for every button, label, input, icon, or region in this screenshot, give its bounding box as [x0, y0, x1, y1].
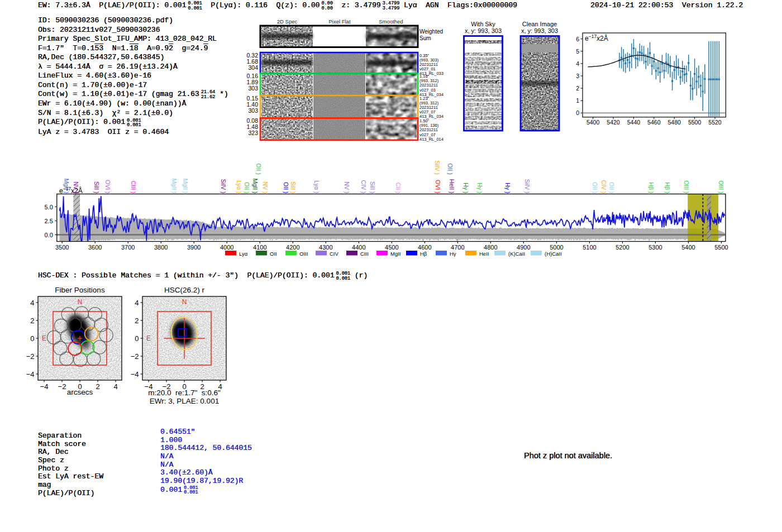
svg-text:4: 4	[576, 60, 579, 67]
svg-text:−4: −4	[26, 370, 35, 378]
svg-text:303: 303	[248, 85, 258, 92]
svg-text:SiIV }: SiIV }	[434, 160, 441, 175]
svg-text:4800: 4800	[484, 244, 497, 251]
svg-text:5400: 5400	[681, 244, 695, 251]
svg-text:E: E	[146, 334, 151, 342]
svg-text:0: 0	[30, 334, 34, 343]
svg-text:OII }: OII }	[283, 182, 289, 194]
svg-text:1: 1	[576, 97, 579, 104]
svg-text:−2: −2	[131, 352, 139, 361]
svg-text:4300: 4300	[319, 244, 332, 251]
svg-text:HeII }: HeII }	[449, 179, 455, 194]
svg-text:Lyα }: Lyα }	[313, 180, 320, 194]
svg-text:N: N	[182, 298, 187, 306]
svg-text:SiII }: SiII }	[369, 181, 376, 194]
svg-text:2D Spec: 2D Spec	[277, 18, 298, 25]
svg-text:SiIV }: SiIV }	[220, 179, 227, 194]
svg-text:OII }: OII }	[244, 182, 250, 194]
svg-text:5: 5	[576, 48, 579, 55]
svg-text:Lyα }: Lyα }	[236, 180, 242, 194]
svg-text:4200: 4200	[286, 244, 299, 251]
svg-text:4700: 4700	[451, 244, 464, 251]
svg-text:HeII: HeII	[479, 251, 489, 257]
svg-text:Lyα: Lyα	[239, 251, 248, 257]
svg-text:OIII }: OIII }	[683, 180, 690, 194]
svg-text:5420: 5420	[607, 119, 620, 126]
svg-text:3500: 3500	[55, 244, 69, 251]
svg-text:4600: 4600	[418, 244, 431, 251]
svg-text:e−17x2Å: e−17x2Å	[59, 186, 83, 195]
svg-text:SiII }: SiII }	[290, 181, 297, 194]
svg-text:5400: 5400	[586, 119, 600, 126]
svg-text:Hβ }: Hβ }	[664, 182, 671, 194]
svg-text:Hγ }: Hγ }	[476, 183, 483, 194]
svg-text:OII }: OII }	[447, 164, 454, 175]
svg-text:5440: 5440	[627, 119, 641, 126]
svg-text:4000: 4000	[220, 244, 233, 251]
svg-text:5000: 5000	[550, 244, 563, 251]
svg-text:Hβ: Hβ	[420, 251, 427, 257]
svg-text:3600: 3600	[88, 244, 102, 251]
svg-text:4: 4	[113, 382, 117, 391]
svg-text:MgII: MgII	[390, 251, 400, 257]
svg-text:5460: 5460	[647, 119, 661, 126]
svg-text:MgII }: MgII }	[252, 179, 259, 194]
svg-text:303: 303	[248, 107, 258, 114]
svg-text:SiIV }: SiIV }	[524, 179, 531, 194]
svg-text:x, y: 993, 303: x, y: 993, 303	[465, 27, 502, 34]
svg-text:5300: 5300	[649, 244, 662, 251]
svg-text:CIV }: CIV }	[600, 180, 607, 194]
svg-text:NV }: NV }	[262, 181, 269, 194]
svg-text:(K)CaII: (K)CaII	[508, 251, 525, 257]
svg-text:2: 2	[96, 382, 99, 391]
svg-text:4: 4	[135, 299, 139, 307]
svg-text:OIII: OIII	[299, 251, 308, 257]
svg-text:5100: 5100	[583, 244, 596, 251]
svg-text:5480: 5480	[668, 119, 681, 126]
svg-text:MgII }: MgII }	[182, 179, 189, 194]
svg-text:3800: 3800	[154, 244, 168, 251]
svg-text:413_RL_014: 413_RL_014	[419, 137, 444, 142]
svg-text:5500: 5500	[688, 119, 702, 126]
svg-text:Hγ }: Hγ }	[462, 183, 469, 194]
svg-text:2: 2	[135, 317, 139, 325]
svg-text:With Sky: With Sky	[471, 21, 495, 27]
svg-text:3700: 3700	[121, 244, 135, 251]
svg-text:5.0: 5.0	[45, 204, 53, 210]
svg-text:OVI }: OVI }	[104, 180, 111, 194]
svg-text:3: 3	[576, 73, 579, 79]
svg-text:2: 2	[576, 85, 579, 92]
svg-text:SiII }: SiII }	[93, 181, 100, 194]
svg-text:Pixel Flat: Pixel Flat	[328, 18, 350, 25]
svg-text:HSC(26.2) r: HSC(26.2) r	[164, 286, 205, 294]
svg-text:4500: 4500	[385, 244, 398, 251]
svg-text:4400: 4400	[352, 244, 365, 251]
svg-text:Clean Image: Clean Image	[522, 21, 557, 27]
svg-text:Sum: Sum	[419, 35, 431, 41]
svg-text:OII }: OII }	[255, 164, 262, 175]
svg-text:−2: −2	[26, 352, 35, 361]
svg-text:Weighted: Weighted	[419, 28, 443, 35]
svg-text:OVI }: OVI }	[435, 180, 441, 194]
svg-text:Hγ: Hγ	[450, 251, 456, 257]
svg-text:CIII }: CIII }	[130, 181, 137, 194]
svg-text:EWr: 3, PLAE: 0.001: EWr: 3, PLAE: 0.001	[150, 397, 219, 405]
svg-text:NV }: NV }	[344, 181, 350, 194]
svg-text:0: 0	[135, 334, 139, 343]
svg-text:E: E	[42, 334, 46, 342]
svg-text:Fiber Positions: Fiber Positions	[55, 286, 105, 294]
svg-text:N: N	[78, 298, 83, 306]
svg-text:4900: 4900	[517, 244, 530, 251]
svg-text:−2: −2	[58, 382, 66, 391]
svg-text:CII }: CII }	[395, 183, 402, 194]
svg-text:−4: −4	[40, 382, 49, 391]
svg-text:−4: −4	[131, 370, 139, 378]
svg-text:OII }: OII }	[608, 182, 615, 194]
svg-text:x, y: 993, 303: x, y: 993, 303	[521, 27, 558, 34]
svg-text:Hβ }: Hβ }	[648, 182, 655, 194]
svg-text:m:20.0 re:1.7" s:0.6": m:20.0 re:1.7" s:0.6"	[148, 389, 221, 397]
svg-text:5200: 5200	[616, 244, 629, 251]
svg-text:323: 323	[248, 130, 258, 136]
svg-text:CIII: CIII	[360, 251, 369, 257]
svg-text:3900: 3900	[187, 244, 201, 251]
